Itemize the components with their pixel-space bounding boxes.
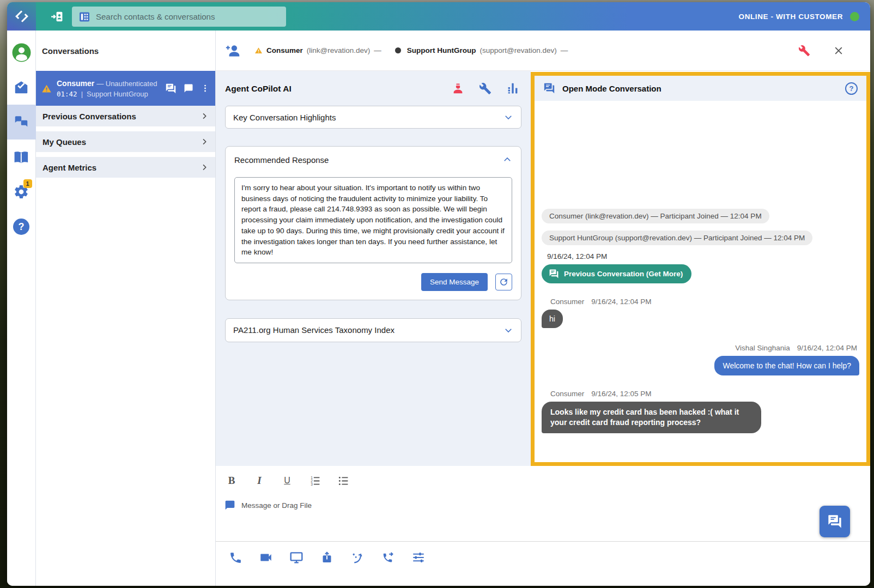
admin-wrench-icon[interactable] — [798, 45, 810, 57]
help-icon: ? — [13, 219, 29, 235]
regenerate-button[interactable] — [495, 274, 512, 290]
app-window: ONLINE - WITH CUSTOMER — [7, 2, 870, 586]
chat-title: Open Mode Conversation — [562, 84, 661, 93]
open-mode-conversation-panel: Open Mode Conversation ? Consumer (link@… — [531, 72, 870, 466]
chevron-down-icon — [503, 112, 513, 122]
top-bar: ONLINE - WITH CUSTOMER — [7, 2, 870, 31]
conversation-item-consumer[interactable]: Consumer — Unauthenticated 01:42 | Suppo… — [36, 71, 215, 106]
warning-triangle-icon — [41, 83, 52, 94]
call-settings-button[interactable] — [410, 549, 427, 566]
monitor-icon — [289, 550, 304, 565]
section-my-queues[interactable]: My Queues — [36, 131, 215, 152]
response-textarea[interactable]: I'm sorry to hear about your situation. … — [234, 177, 512, 263]
chat-icon[interactable] — [184, 83, 193, 93]
participant-2-email: (support@revation.dev) — [480, 46, 557, 54]
system-event-pill: Consumer (link@revation.dev) — Participa… — [542, 209, 769, 223]
conversation-status: — Unauthenticated — [96, 80, 157, 88]
taxonomy-accordion[interactable]: PA211.org Human Services Taxonomy Index — [225, 318, 521, 342]
add-participant-icon[interactable] — [225, 43, 240, 58]
send-message-button[interactable]: Send Message — [421, 273, 488, 291]
chat-message-inbound: Consumer 9/16/24, 12:04 PM hi — [542, 298, 859, 328]
transfer-call-button[interactable] — [379, 549, 397, 566]
message-input-area[interactable]: Message or Drag File — [224, 500, 870, 511]
message-time: 9/16/24, 12:04 PM — [591, 298, 651, 306]
response-accordion-header[interactable]: Recommended Response — [234, 155, 512, 165]
chat-icon — [224, 500, 235, 511]
conversation-timer: 01:42 — [57, 90, 77, 98]
sidebar-item-directory[interactable] — [7, 140, 36, 174]
message-author: Vishal Singhania — [735, 344, 790, 352]
chat-message-outbound: Vishal Singhania 9/16/24, 12:04 PM Welco… — [542, 344, 859, 375]
screen-share-button[interactable] — [288, 549, 305, 566]
left-nav-sidebar: 1 ? — [7, 31, 36, 586]
sidebar-item-help[interactable]: ? — [7, 209, 36, 244]
forum-icon — [549, 269, 559, 279]
sliders-icon — [411, 550, 426, 565]
participant-1-name: Consumer — [266, 46, 303, 54]
forum-icon — [543, 82, 555, 94]
phone-icon — [229, 551, 242, 565]
contact-book-icon — [78, 10, 91, 23]
conversation-name: Consumer — [57, 79, 94, 88]
stats-icon[interactable] — [506, 82, 519, 95]
message-author: Consumer — [550, 298, 584, 306]
magic-arrow-icon — [351, 551, 365, 565]
close-icon[interactable] — [833, 45, 844, 56]
chevron-up-icon — [502, 155, 512, 165]
message-time: 9/16/24, 12:04 PM — [797, 344, 857, 352]
file-share-button[interactable] — [318, 549, 336, 566]
highlights-accordion[interactable]: Key Conversation Highlights — [225, 106, 521, 129]
import-contact-button[interactable] — [50, 9, 65, 24]
call-controls-toolbar — [227, 549, 427, 566]
status-green-dot — [850, 12, 859, 21]
chevron-right-icon — [200, 112, 209, 120]
message-bubble: Looks like my credit card has been hacke… — [542, 402, 761, 433]
section-previous-conversations[interactable]: Previous Conversations — [36, 106, 215, 126]
sidebar-item-settings[interactable]: 1 — [7, 174, 36, 209]
message-placeholder: Message or Drag File — [241, 501, 312, 510]
message-bubble: hi — [542, 310, 563, 328]
avatar-icon — [11, 43, 32, 63]
recommended-response-card: Recommended Response I'm sorry to hear a… — [225, 146, 521, 300]
video-call-button[interactable] — [257, 549, 275, 566]
anonymous-person-icon[interactable] — [452, 82, 464, 95]
chat-header: Open Mode Conversation ? — [535, 76, 866, 101]
bullet-list-button[interactable] — [338, 475, 349, 487]
chat-help-button[interactable]: ? — [845, 82, 858, 95]
chat-bubbles-icon — [13, 114, 29, 130]
sidebar-item-profile[interactable] — [7, 35, 36, 70]
voice-call-button[interactable] — [227, 549, 244, 566]
app-logo — [7, 2, 36, 31]
underline-button[interactable]: U — [282, 476, 293, 486]
inbox-check-icon — [13, 79, 29, 95]
sidebar-item-conversations[interactable] — [7, 105, 36, 140]
message-composer: B I U 123 — [216, 466, 870, 586]
warning-triangle-icon — [254, 46, 263, 54]
search-input[interactable] — [72, 7, 286, 27]
wrench-icon[interactable] — [479, 82, 491, 95]
conversations-panel: Conversations Consumer — Unauthenticated… — [36, 31, 216, 586]
participants-bar: Consumer (link@revation.dev) — Support H… — [216, 31, 870, 71]
chat-date-label: 9/16/24, 12:04 PM — [547, 252, 859, 260]
smart-escalate-button[interactable] — [349, 549, 366, 566]
previous-conversation-button[interactable]: Previous Conversation (Get More) — [542, 264, 691, 283]
italic-button[interactable]: I — [254, 475, 265, 487]
more-options-icon[interactable] — [201, 83, 210, 94]
sidebar-item-inbox[interactable] — [7, 70, 36, 105]
chevron-right-icon — [200, 163, 209, 172]
section-agent-metrics[interactable]: Agent Metrics — [36, 157, 215, 178]
participant-status-dot — [395, 47, 401, 53]
message-time: 9/16/24, 12:05 PM — [591, 390, 651, 398]
share-upload-icon — [320, 551, 333, 564]
bullet-list-icon — [338, 475, 349, 487]
ordered-list-button[interactable]: 123 — [309, 475, 321, 487]
participant-2-name: Support HuntGroup — [407, 46, 476, 54]
agent-status-selector[interactable]: ONLINE - WITH CUSTOMER — [739, 12, 859, 21]
taxonomy-label: PA211.org Human Services Taxonomy Index — [233, 325, 394, 335]
new-chat-fab[interactable] — [820, 506, 850, 537]
diamond-logo-icon — [14, 8, 30, 25]
forum-icon[interactable] — [165, 83, 177, 94]
bold-button[interactable]: B — [226, 475, 237, 487]
import-contact-icon — [50, 9, 65, 24]
agent-copilot-panel: Agent CoPilot AI — [216, 71, 531, 466]
